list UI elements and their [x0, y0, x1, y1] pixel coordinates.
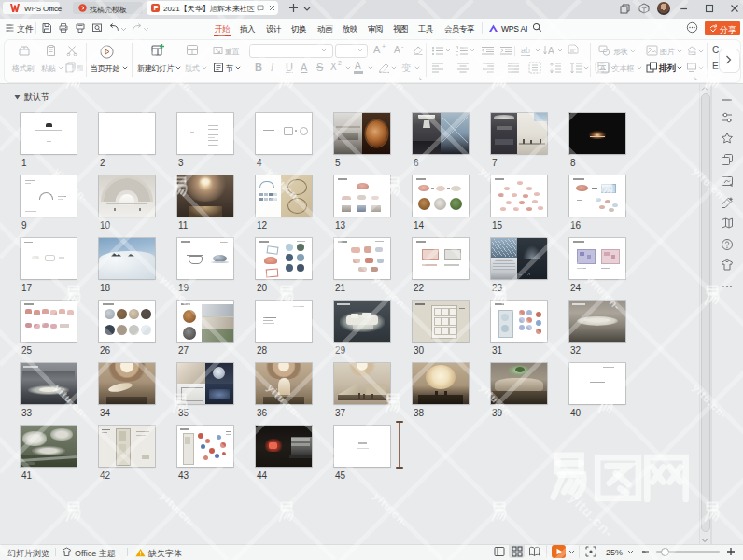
svg-text:A: A [600, 63, 606, 72]
svg-text:ab: ab [521, 46, 530, 55]
svg-text:变: 变 [401, 63, 411, 73]
svg-text:A: A [548, 46, 554, 56]
